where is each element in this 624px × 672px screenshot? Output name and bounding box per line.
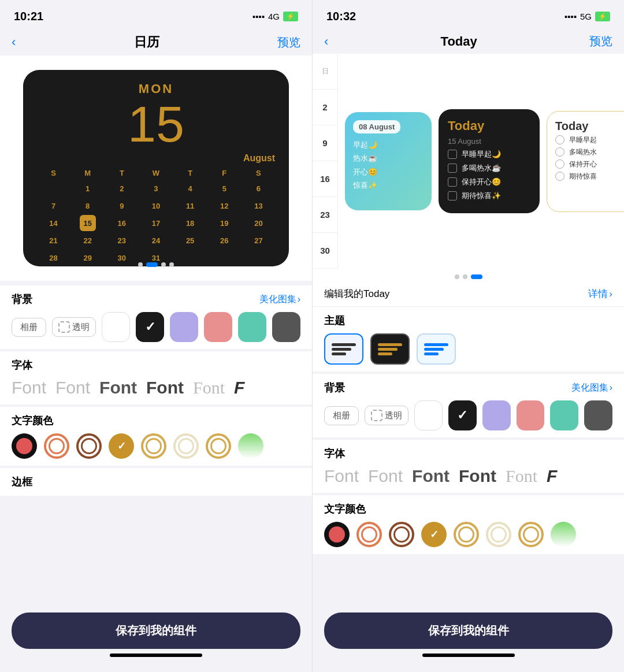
left-border-title: 边框 (12, 475, 300, 489)
left-transparent-option[interactable]: 透明 (52, 317, 96, 337)
chevron-right-icon: › (298, 294, 300, 305)
cal-header-S2: S (242, 167, 275, 179)
right-color-dot-light[interactable] (486, 522, 511, 547)
cal-cell: 21 (46, 232, 62, 248)
left-font-section: 字体 Font Font Font Font Font F (0, 351, 312, 404)
light-title: Today (555, 120, 624, 133)
left-swatch-black[interactable] (136, 312, 164, 342)
widget-blue-card[interactable]: 08 August 早起🌙 热水☕ 开心😊 惊喜✨ (345, 112, 432, 210)
left-color-dot-gold[interactable] (109, 433, 134, 459)
right-detail-link[interactable]: 详情 › (588, 287, 612, 300)
task-circle-1 (555, 135, 564, 144)
network-type: 4G (268, 12, 280, 21)
left-preview-button[interactable]: 预览 (277, 35, 300, 50)
widget-dark-card[interactable]: Today 15 August 早睡早起🌙 多喝热水☕ 保持开心😊 (439, 109, 540, 213)
left-swatch-teal[interactable] (238, 312, 266, 342)
right-font-6[interactable]: F (547, 466, 557, 486)
right-font-section: 字体 Font Font Font Font Font F (313, 440, 624, 493)
right-preview-button[interactable]: 预览 (589, 34, 612, 49)
left-status-bar: 10:21 ▪▪▪▪ 4G ⚡ (0, 0, 312, 29)
right-color-dot-gold[interactable] (421, 522, 447, 547)
dot-3 (161, 262, 166, 267)
left-font-title: 字体 (12, 358, 300, 372)
left-font-2[interactable]: Font (55, 378, 90, 398)
left-color-dot-black[interactable] (12, 433, 37, 459)
right-bg-colors-row: 相册 透明 (324, 400, 612, 430)
left-color-dot-yellow2[interactable] (206, 433, 231, 459)
right-color-dot-black[interactable] (324, 522, 350, 547)
right-swatch-gray[interactable] (584, 400, 612, 430)
blue-item-2: 热水☕ (353, 151, 424, 165)
task-checkbox-2 (448, 164, 457, 173)
right-font-2[interactable]: Font (368, 466, 403, 486)
task-circle-4 (555, 172, 564, 181)
dot-2[interactable] (146, 262, 158, 267)
right-swatch-white[interactable] (414, 400, 443, 430)
left-color-dot-orange[interactable] (44, 433, 69, 459)
cal-cell: 13 (250, 198, 266, 214)
right-color-dot-orange[interactable] (356, 522, 382, 547)
left-color-dot-brown[interactable] (76, 433, 102, 459)
right-network-type: 5G (580, 12, 592, 21)
cal-cell: 9 (114, 198, 130, 214)
left-save-button[interactable]: 保存到我的组件 (12, 612, 300, 649)
right-color-dot-brown[interactable] (389, 522, 414, 547)
right-album-option[interactable]: 相册 (324, 406, 359, 425)
theme-btn-blue[interactable] (417, 333, 456, 365)
left-color-row (12, 433, 300, 459)
right-font-1[interactable]: Font (324, 466, 359, 486)
light-task-4: 期待惊喜 (555, 172, 624, 181)
left-save-container: 保存到我的组件 (0, 606, 312, 672)
right-home-indicator (422, 654, 515, 657)
blue-items: 早起🌙 热水☕ 开心😊 惊喜✨ (353, 138, 424, 192)
right-widget-cards[interactable]: 08 August 早起🌙 热水☕ 开心😊 惊喜✨ Today 15 Augus… (338, 54, 624, 269)
right-color-dot-yellow2[interactable] (518, 522, 544, 547)
left-widget-preview: MON 15 August S M T W T F S 1 2 3 4 5 6 (0, 55, 312, 281)
right-font-3[interactable]: Font (412, 466, 450, 486)
left-bg-title: 背景 (12, 292, 32, 306)
right-edit-label[interactable]: 编辑我的Today (324, 287, 389, 300)
right-font-4[interactable]: Font (459, 466, 496, 486)
right-swatch-purple[interactable] (482, 400, 511, 430)
left-swatch-pink[interactable] (204, 312, 232, 342)
left-bg-link[interactable]: 美化图集 › (259, 294, 300, 306)
left-swatch-gray[interactable] (272, 312, 300, 342)
cal-cell: 8 (80, 198, 96, 214)
left-back-button[interactable]: ‹ (12, 35, 16, 50)
left-status-icons: ▪▪▪▪ 4G ⚡ (252, 12, 298, 21)
dot-1 (138, 262, 143, 267)
right-swatch-pink[interactable] (517, 400, 545, 430)
right-swatch-black[interactable] (448, 400, 477, 430)
left-font-6[interactable]: F (234, 378, 244, 398)
sidebar-item-30: 30 (313, 233, 338, 269)
left-font-4[interactable]: Font (146, 378, 184, 398)
right-color-dot-green[interactable] (551, 522, 576, 547)
left-swatch-white[interactable] (102, 312, 130, 342)
cal-cell: 10 (148, 198, 164, 214)
left-font-3[interactable]: Font (99, 378, 137, 398)
right-font-5[interactable]: Font (506, 466, 537, 486)
right-dot-3[interactable] (471, 274, 482, 279)
left-nav-title: 日历 (134, 34, 159, 51)
left-swatch-purple[interactable] (170, 312, 198, 342)
left-color-dot-light[interactable] (173, 433, 199, 459)
left-font-1[interactable]: Font (12, 378, 46, 398)
theme-btn-dark[interactable] (370, 333, 410, 365)
cal-cell: 20 (250, 215, 266, 231)
left-color-dot-green[interactable] (238, 433, 263, 459)
right-back-button[interactable]: ‹ (324, 34, 328, 49)
right-color-dot-yellow[interactable] (454, 522, 479, 547)
right-bg-link[interactable]: 美化图集 › (571, 382, 612, 394)
right-status-bar: 10:32 ▪▪▪▪ 5G ⚡ (313, 0, 624, 29)
theme-btn-light[interactable] (324, 333, 363, 365)
left-font-5[interactable]: Font (193, 378, 225, 398)
right-save-button[interactable]: 保存到我的组件 (324, 612, 612, 649)
left-color-dot-yellow[interactable] (141, 433, 166, 459)
right-bg-header: 背景 美化图集 › (324, 381, 612, 395)
right-dot-indicator (313, 274, 624, 279)
left-album-option[interactable]: 相册 (12, 318, 46, 337)
widget-light-card[interactable]: Today 早睡早起 多喝热水 保持开心 期待 (547, 111, 624, 212)
right-swatch-teal[interactable] (550, 400, 578, 430)
transparent-icon (58, 321, 70, 333)
right-transparent-option[interactable]: 透明 (365, 406, 408, 425)
